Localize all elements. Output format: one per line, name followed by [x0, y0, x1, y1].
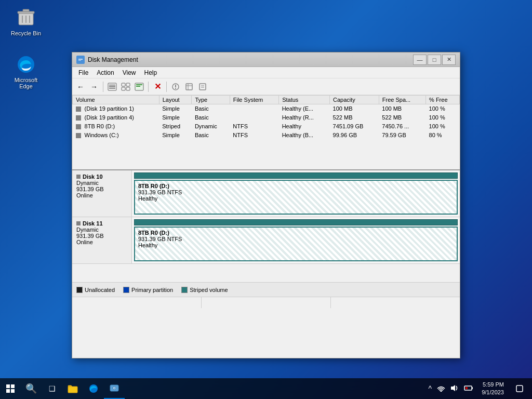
volume-list-scroll[interactable]: Volume Layout Type File System Status Ca…	[72, 95, 460, 169]
toolbar-btn-5[interactable]	[183, 81, 195, 93]
vol-percent: 100 %	[426, 113, 460, 122]
svg-rect-34	[68, 387, 77, 393]
svg-rect-43	[466, 387, 468, 389]
svg-rect-12	[109, 86, 115, 87]
toolbar-btn-3[interactable]	[133, 81, 145, 93]
minimize-button[interactable]: —	[413, 55, 427, 65]
menu-file[interactable]: File	[74, 68, 92, 77]
toolbar-btn-1[interactable]	[106, 81, 118, 93]
header-free: Free Spa...	[379, 96, 425, 104]
taskbar-right: ^ 5:59 PM 9/1/2023	[423, 378, 532, 399]
file-explorer-button[interactable]	[62, 378, 83, 399]
disk-label-disk11: Disk 11 Dynamic 931.39 GB Online	[72, 217, 132, 263]
disk-status-disk11: Online	[76, 239, 127, 245]
status-bar	[72, 297, 460, 308]
clock-time: 5:59 PM	[482, 381, 504, 389]
menu-view[interactable]: View	[118, 68, 140, 77]
header-volume: Volume	[73, 96, 159, 104]
system-clock[interactable]: 5:59 PM 9/1/2023	[477, 381, 508, 397]
svg-rect-19	[136, 84, 142, 85]
vol-layout: Striped	[159, 122, 192, 131]
recycle-bin-icon[interactable]: Recycle Bin	[5, 5, 47, 38]
volume-row-0[interactable]: (Disk 19 partition 1) Simple Basic Healt…	[73, 104, 460, 113]
svg-rect-44	[516, 385, 523, 392]
vol-type: Basic	[192, 131, 230, 140]
toolbar-btn-4[interactable]	[169, 81, 182, 93]
svg-rect-31	[11, 384, 15, 388]
partition-info1-disk10: 931.39 GB NTFS	[138, 189, 454, 195]
disk-content-disk10: 8TB R0 (D:) 931.39 GB NTFS Healthy	[132, 170, 460, 217]
search-button[interactable]: 🔍	[21, 378, 42, 399]
edge-icon[interactable]: Microsoft Edge	[5, 52, 47, 91]
legend-bar: Unallocated Primary partition Striped vo…	[72, 282, 460, 297]
notification-button[interactable]	[511, 378, 528, 399]
close-button[interactable]: ✕	[442, 55, 456, 65]
legend-swatch-primary	[123, 287, 129, 293]
task-view-button[interactable]: ❑	[42, 378, 62, 399]
volume-row-1[interactable]: (Disk 19 partition 4) Simple Basic Healt…	[73, 113, 460, 122]
svg-rect-33	[11, 389, 15, 393]
tray-battery-error[interactable]	[463, 384, 474, 393]
disk-content-disk11: 8TB R0 (D:) 931.39 GB NTFS Healthy	[132, 217, 460, 263]
edge-taskbar-button[interactable]	[83, 378, 104, 399]
vol-filesystem	[230, 113, 278, 122]
volume-row-3[interactable]: Windows (C:) Simple Basic NTFS Healthy (…	[73, 131, 460, 140]
delete-button[interactable]: ✕	[151, 81, 164, 93]
menu-action[interactable]: Action	[92, 68, 118, 77]
vol-layout: Simple	[159, 104, 192, 113]
disk-partition-disk10[interactable]: 8TB R0 (D:) 931.39 GB NTFS Healthy	[134, 180, 458, 215]
header-layout: Layout	[159, 96, 192, 104]
back-button[interactable]: ←	[74, 81, 87, 93]
svg-rect-14	[122, 83, 125, 86]
vol-percent: 100 %	[426, 104, 460, 113]
vol-status: Healthy (B...	[279, 131, 330, 140]
vol-capacity: 522 MB	[330, 113, 379, 122]
legend-label-primary: Primary partition	[131, 287, 173, 293]
vol-percent: 80 %	[426, 131, 460, 140]
tray-volume[interactable]	[449, 384, 460, 393]
partition-info1-disk11: 931.39 GB NTFS	[138, 236, 454, 242]
legend-label-striped: Striped volume	[190, 287, 228, 293]
menu-help[interactable]: Help	[140, 68, 162, 77]
volume-row-2[interactable]: 8TB R0 (D:) Striped Dynamic NTFS Healthy…	[73, 122, 460, 131]
window-title: Disk Management	[88, 56, 413, 63]
title-bar: Disk Management — □ ✕	[72, 52, 460, 67]
svg-rect-9	[78, 60, 81, 61]
svg-rect-15	[126, 83, 130, 86]
vol-percent: 100 %	[426, 122, 460, 131]
disk-type-disk11: Dynamic	[76, 227, 127, 233]
disk-mgmt-taskbar-button[interactable]	[104, 378, 125, 399]
disk-graph-section[interactable]: Disk 10 Dynamic 931.39 GB Online 8TB R0 …	[72, 170, 460, 282]
vol-status: Healthy (E...	[279, 104, 330, 113]
status-section-2	[202, 297, 331, 308]
tray-chevron[interactable]: ^	[428, 384, 433, 393]
toolbar-btn-2[interactable]	[119, 81, 132, 93]
svg-rect-8	[78, 59, 83, 60]
toolbar-separator-1	[103, 82, 103, 92]
legend-unallocated: Unallocated	[76, 287, 115, 293]
forward-button[interactable]: →	[88, 81, 100, 93]
vol-free: 100 MB	[379, 104, 425, 113]
header-type: Type	[192, 96, 230, 104]
legend-swatch-unallocated	[76, 287, 83, 293]
toolbar-btn-6[interactable]	[196, 81, 209, 93]
svg-point-39	[441, 390, 442, 392]
start-button[interactable]	[0, 378, 21, 399]
svg-rect-2	[23, 9, 29, 11]
vol-type: Basic	[192, 113, 230, 122]
recycle-bin-image	[16, 7, 36, 28]
vol-filesystem	[230, 104, 278, 113]
svg-rect-13	[109, 88, 115, 89]
tray-network[interactable]	[436, 384, 446, 393]
disk-size-disk10: 931.39 GB	[76, 186, 127, 192]
svg-rect-24	[186, 84, 192, 90]
partition-title-disk10: 8TB R0 (D:)	[138, 183, 454, 189]
disk-partition-disk11[interactable]: 8TB R0 (D:) 931.39 GB NTFS Healthy	[134, 227, 458, 261]
disk-row-disk10: Disk 10 Dynamic 931.39 GB Online 8TB R0 …	[72, 170, 460, 217]
vol-filesystem: NTFS	[230, 122, 278, 131]
vol-free: 522 MB	[379, 113, 425, 122]
status-section-3	[331, 297, 460, 308]
maximize-button[interactable]: □	[428, 55, 441, 65]
header-capacity: Capacity	[330, 96, 379, 104]
svg-rect-32	[6, 389, 10, 393]
